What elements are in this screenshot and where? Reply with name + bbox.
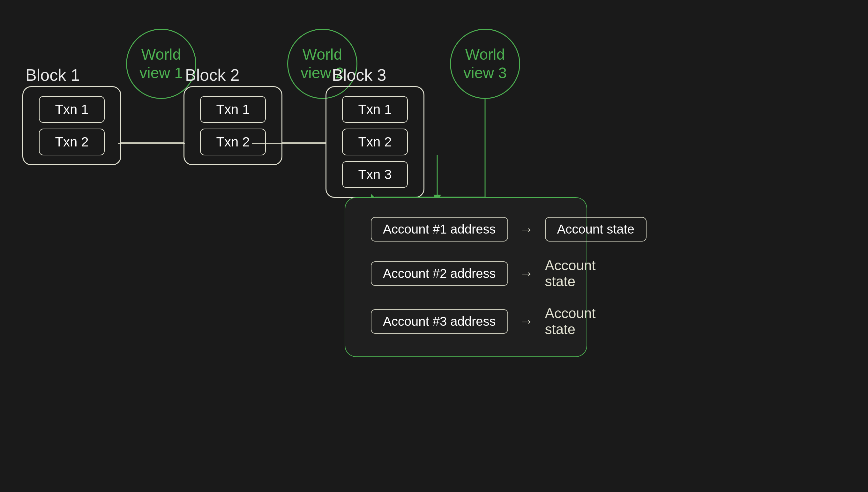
block1-txn2: Txn 2: [39, 129, 104, 155]
block3-txn1: Txn 1: [342, 96, 407, 123]
account3-arrow: →: [520, 313, 534, 329]
block1-txn1: Txn 1: [39, 96, 104, 123]
account-3-row: Account #3 address → Account state: [371, 305, 561, 337]
account3-address: Account #3 address: [371, 309, 508, 334]
block2-box: Txn 1 Txn 2: [183, 86, 282, 165]
diagram-container: Block 1 Txn 1 Txn 2 Worldview 1 Block 2 …: [0, 0, 868, 492]
block1-box: Txn 1 Txn 2: [22, 86, 121, 165]
world-view-1-label: Worldview 1: [140, 45, 183, 82]
block2-txn1: Txn 1: [200, 96, 266, 123]
account1-state: Account state: [545, 217, 647, 242]
block2-label: Block 2: [185, 66, 240, 84]
block2-txn2: Txn 2: [200, 129, 266, 155]
block3-txn3: Txn 3: [342, 161, 407, 188]
account1-address: Account #1 address: [371, 217, 508, 242]
block3-txn2: Txn 2: [342, 129, 407, 155]
account-1-row: Account #1 address → Account state: [371, 217, 561, 242]
account2-address: Account #2 address: [371, 261, 508, 286]
world-view-1-circle: Worldview 1: [126, 29, 196, 99]
account-2-row: Account #2 address → Account state: [371, 257, 561, 289]
account2-state: Account state: [545, 257, 596, 289]
world-view-box: Account #1 address → Account state Accou…: [345, 197, 587, 357]
account1-arrow: →: [520, 221, 534, 238]
account2-arrow: →: [520, 266, 534, 281]
account3-state: Account state: [545, 305, 596, 337]
block1-label: Block 1: [26, 66, 80, 84]
world-view-3-circle: Worldview 3: [450, 29, 520, 99]
world-view-3-label: Worldview 3: [463, 45, 507, 82]
block3-box: Txn 1 Txn 2 Txn 3: [325, 86, 424, 198]
block3-label: Block 3: [332, 66, 387, 84]
